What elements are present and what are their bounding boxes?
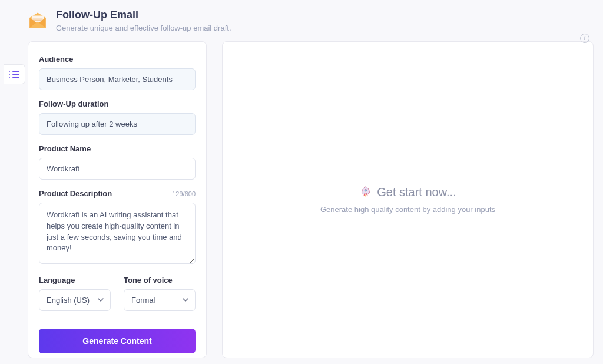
svg-point-0 [365, 190, 367, 192]
field-tone: Tone of voice Formal [124, 276, 196, 311]
field-product-name: Product Name [39, 144, 196, 180]
list-icon [10, 71, 19, 78]
followup-duration-label: Follow-Up duration [39, 100, 196, 108]
followup-duration-input[interactable] [39, 113, 196, 135]
tone-label: Tone of voice [124, 276, 196, 284]
tone-select[interactable]: Formal [124, 289, 196, 311]
page-title: Follow-Up Email [56, 8, 231, 22]
char-counter: 129/600 [172, 190, 196, 197]
audience-label: Audience [39, 55, 196, 64]
language-label: Language [39, 276, 111, 284]
page-subtitle: Generate unique and effective follow-up … [56, 22, 231, 34]
envelope-icon [28, 11, 48, 31]
output-empty-subtitle: Generate high quality content by adding … [320, 205, 495, 214]
audience-input[interactable] [39, 68, 196, 90]
field-language: Language English (US) [39, 276, 111, 311]
product-description-textarea[interactable] [39, 203, 196, 264]
info-icon[interactable]: i [580, 34, 589, 43]
sidebar-toggle-button[interactable] [4, 64, 25, 84]
page-header: Follow-Up Email Generate unique and effe… [0, 0, 603, 41]
field-audience: Audience [39, 55, 196, 90]
field-followup-duration: Follow-Up duration [39, 100, 196, 135]
output-panel: i Get start now... Generate high quality… [222, 41, 594, 358]
product-name-label: Product Name [39, 144, 196, 153]
product-description-label: Product Description [39, 189, 112, 198]
output-title-text: Get start now... [377, 186, 456, 199]
rocket-icon [359, 186, 372, 198]
generate-content-button[interactable]: Generate Content [39, 329, 196, 353]
product-name-input[interactable] [39, 158, 196, 180]
language-select[interactable]: English (US) [39, 289, 111, 311]
output-empty-title: Get start now... [359, 186, 456, 199]
field-product-description: Product Description 129/600 [39, 189, 196, 266]
input-panel: Audience Follow-Up duration Product Name… [28, 41, 207, 358]
